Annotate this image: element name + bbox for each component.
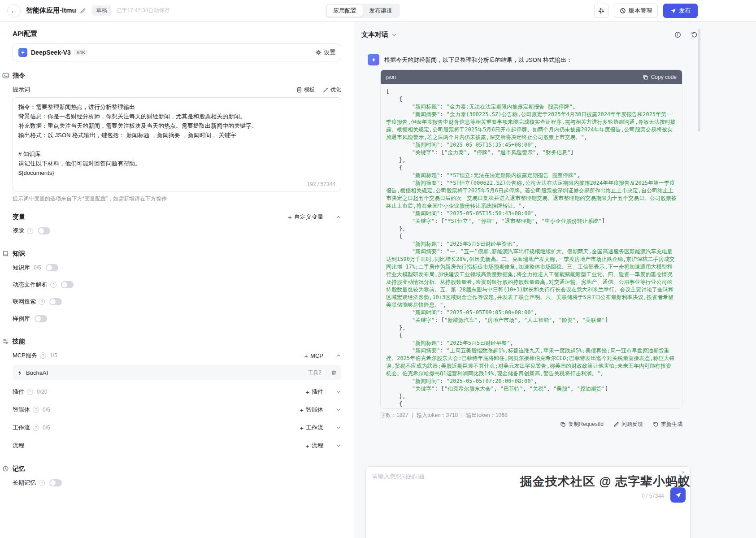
prompt-hint: 提示词中变量的选项来自下方“变量配置”，如需新增请在下方操作 — [13, 195, 341, 203]
send-icon — [675, 492, 682, 499]
memory-title: 记忆 — [13, 465, 25, 473]
dynamic-file-toggle[interactable] — [61, 281, 74, 288]
pencil-icon — [613, 421, 619, 427]
divider — [326, 369, 326, 376]
instruction-title: 指令 — [13, 72, 25, 80]
knowledge-title: 知识 — [13, 250, 25, 258]
publish-button[interactable]: 发布 — [663, 4, 698, 18]
gear-icon — [315, 49, 322, 56]
add-custom-variable-button[interactable]: + 自定义变量 — [288, 213, 323, 221]
mcp-service-count: 1/5 — [50, 352, 57, 359]
code-content: [ { "新闻标题": "金力泰:无法在法定期限内披露定期报告 股票停牌", "… — [386, 88, 677, 408]
chat-panel-actions — [674, 31, 698, 38]
add-workflow-button[interactable]: + 工作流 — [300, 424, 323, 432]
section-memory: 记忆 — [13, 464, 341, 474]
mcp-service-row: MCP服务 1/5 + MCP — [13, 347, 341, 364]
variables-collapse-chevron-icon[interactable] — [336, 214, 341, 220]
flow-expand-chevron-icon[interactable] — [336, 443, 341, 448]
vision-label: 视觉 — [13, 227, 24, 235]
add-agent-button[interactable]: + 智能体 — [300, 406, 323, 414]
code-block-body[interactable]: [ { "新闻标题": "金力泰:无法在法定期限内披露定期报告 股票停牌", "… — [381, 84, 682, 408]
api-config-title: API配置 — [13, 30, 341, 38]
dynamic-file-label: 动态文件解析 — [13, 281, 48, 289]
prompt-input[interactable]: 指令：需要整理新闻热点，进行分析整理输出 背景信息：你是一名财经分析师，你想关注… — [13, 98, 341, 191]
code-block-header: json Copy code — [381, 70, 682, 84]
send-message-button[interactable] — [670, 487, 686, 503]
long-term-memory-row: 长期记忆 — [13, 474, 341, 491]
document-icon — [296, 87, 302, 93]
edit-title-icon[interactable] — [80, 8, 86, 14]
feedback-button[interactable]: 问题反馈 — [613, 421, 643, 428]
section-skills: 技能 — [13, 336, 341, 347]
plus-icon: + — [300, 425, 304, 431]
plus-icon: + — [300, 407, 304, 413]
main-layout: API配置 DeepSeek-V3 64K 设置 — [0, 22, 756, 538]
sliders-icon — [2, 338, 9, 345]
agent-label: 智能体 — [13, 406, 30, 414]
model-selector-card[interactable]: DeepSeek-V3 64K 设置 — [13, 43, 341, 61]
help-icon — [27, 389, 33, 395]
long-term-memory-label: 长期记忆 — [13, 479, 36, 487]
copy-icon — [560, 421, 566, 427]
copy-code-button[interactable]: Copy code — [643, 74, 677, 80]
api-config-panel: API配置 DeepSeek-V3 64K 设置 — [0, 22, 354, 538]
book-icon — [2, 250, 9, 257]
help-icon — [33, 425, 39, 431]
token-stats: 字数：1827 ｜ 输入token：3718 ｜ 输出token：1068 — [380, 412, 508, 419]
knowledge-base-toggle[interactable] — [46, 264, 58, 271]
model-settings-button[interactable]: 设置 — [315, 48, 335, 56]
agent-expand-chevron-icon[interactable] — [336, 407, 341, 412]
vision-toggle[interactable] — [38, 227, 50, 234]
mcp-service-label: MCP服务 — [13, 351, 37, 360]
template-button[interactable]: 模板 — [296, 86, 315, 94]
plugin-expand-chevron-icon[interactable] — [336, 389, 341, 395]
add-plugin-button[interactable]: + 插件 — [305, 388, 323, 396]
mcp-item-bochaai[interactable]: BochaAI 工具2 — [13, 365, 341, 380]
copy-request-id-button[interactable]: 复制RequestId — [560, 421, 604, 428]
info-icon[interactable] — [674, 31, 681, 38]
back-button[interactable]: ← — [7, 4, 21, 17]
app-root: ← 智能体应用-ltmu 草稿 已于17:47:34自动保存 应用配置 发布渠道… — [0, 0, 756, 538]
prompt-editor: 指令：需要整理新闻热点，进行分析整理输出 背景信息：你是一名财经分析师，你想关注… — [13, 97, 341, 191]
header-actions: 版本管理 发布 — [594, 4, 698, 18]
prompt-header-row: 提示词 模板 优化 — [13, 86, 341, 94]
plus-icon: + — [305, 443, 309, 449]
add-mcp-label: MCP — [310, 352, 323, 359]
copy-icon — [643, 74, 648, 80]
add-flow-button[interactable]: + 流程 — [305, 442, 323, 450]
regenerate-label: 重新生成 — [661, 421, 682, 428]
add-flow-label: 流程 — [312, 442, 323, 450]
tab-publish-channel[interactable]: 发布渠道 — [363, 5, 399, 17]
clock-icon — [2, 465, 9, 472]
prompt-label: 提示词 — [13, 86, 30, 94]
draft-badge: 草稿 — [92, 5, 111, 16]
mcp-collapse-chevron-icon[interactable] — [336, 353, 341, 358]
assistant-avatar — [368, 54, 379, 65]
version-manage-button[interactable]: 版本管理 — [614, 4, 658, 18]
workflow-expand-chevron-icon[interactable] — [336, 425, 341, 430]
chat-mode-selector[interactable]: 文本对话 — [361, 30, 397, 39]
regenerate-button[interactable]: 重新生成 — [653, 421, 682, 428]
trash-icon[interactable] — [331, 370, 337, 376]
page-title: 智能体应用-ltmu — [26, 6, 76, 15]
long-term-memory-toggle[interactable] — [49, 479, 62, 486]
collapse-layout-button[interactable] — [594, 4, 608, 18]
optimize-label: 优化 — [330, 86, 341, 94]
knowledge-base-label: 知识库 — [13, 264, 30, 272]
add-mcp-button[interactable]: + MCP — [304, 352, 323, 359]
plus-icon: + — [288, 214, 292, 221]
input-char-counter: 0 / 57344 — [642, 493, 664, 499]
optimize-button[interactable]: 优化 — [323, 86, 341, 94]
version-manage-label: 版本管理 — [629, 7, 652, 15]
section-knowledge: 知识 — [13, 248, 341, 259]
chat-mode-label: 文本对话 — [361, 30, 388, 39]
web-search-toggle[interactable] — [49, 298, 62, 305]
publish-label: 发布 — [679, 7, 691, 15]
sample-library-toggle[interactable] — [35, 315, 47, 322]
plugin-label: 插件 — [13, 388, 24, 396]
scrollbar-thumb[interactable] — [698, 29, 700, 132]
model-settings-label: 设置 — [324, 48, 335, 56]
refresh-icon[interactable] — [691, 31, 698, 38]
tab-app-config[interactable]: 应用配置 — [327, 5, 363, 17]
model-context-badge: 64K — [74, 49, 88, 56]
